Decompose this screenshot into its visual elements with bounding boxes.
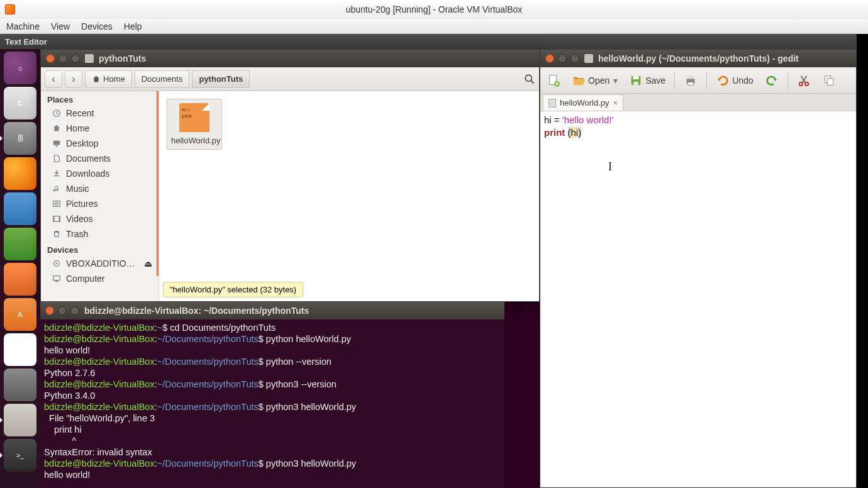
nautilus-titlebar[interactable]: pythonTuts xyxy=(41,50,539,67)
open-button[interactable]: Open▾ xyxy=(569,71,620,90)
launcher-impress[interactable] xyxy=(4,263,36,296)
sidebar-videos[interactable]: Videos xyxy=(41,211,159,226)
gedit-titlebar[interactable]: helloWorld.py (~/Documents/pythonTuts) -… xyxy=(540,50,856,67)
open-dropdown-icon[interactable]: ▾ xyxy=(613,75,618,86)
svg-rect-12 xyxy=(53,276,60,280)
launcher-calc[interactable] xyxy=(4,228,36,260)
terminal-body[interactable]: bdizzle@bdizzle-VirtualBox:~$ cd Documen… xyxy=(40,319,504,483)
close-icon[interactable] xyxy=(545,54,554,63)
sidebar-vboxadditions[interactable]: VBOXADDITIO…⏏ xyxy=(41,256,159,271)
sidebar-documents[interactable]: Documents xyxy=(41,151,159,166)
print-button[interactable] xyxy=(681,71,700,90)
breadcrumb-home[interactable]: Home xyxy=(85,70,132,88)
terminal-title: bdizzle@bdizzle-VirtualBox: ~/Documents/… xyxy=(84,305,309,316)
sidebar-recent[interactable]: Recent xyxy=(41,106,159,121)
breadcrumb-pythontuts[interactable]: pythonTuts xyxy=(192,70,250,88)
save-button[interactable]: Save xyxy=(626,71,668,90)
sidebar-pictures[interactable]: Pictures xyxy=(41,196,159,211)
nautilus-title: pythonTuts xyxy=(99,53,146,64)
save-icon xyxy=(629,74,643,87)
launcher-terminal[interactable]: >_ xyxy=(4,439,36,472)
minimize-icon[interactable] xyxy=(58,306,67,315)
new-button[interactable] xyxy=(544,71,563,90)
sidebar-trash[interactable]: Trash xyxy=(41,226,159,241)
maximize-icon[interactable] xyxy=(71,54,80,63)
undo-button[interactable]: Undo xyxy=(713,71,755,90)
launcher-amazon[interactable]: a xyxy=(4,333,36,366)
nautilus-sidebar: Places Recent Home Desktop Documents Dow… xyxy=(41,91,159,301)
right-margin xyxy=(857,34,868,488)
launcher-dash[interactable]: ⌂ xyxy=(4,52,36,84)
terminal-titlebar[interactable]: bdizzle@bdizzle-VirtualBox: ~/Documents/… xyxy=(40,302,504,319)
menu-devices[interactable]: Devices xyxy=(81,21,113,31)
launcher-settings[interactable] xyxy=(4,369,36,401)
copy-button[interactable] xyxy=(820,71,838,90)
unity-launcher: ⌂ C 🗄 A a >_ xyxy=(0,49,40,488)
copy-icon xyxy=(822,74,836,87)
close-icon[interactable] xyxy=(46,54,55,63)
breadcrumb-documents[interactable]: Documents xyxy=(135,70,190,88)
gedit-editor-area[interactable]: hi = 'hello world!' print (hi) I xyxy=(540,111,856,487)
forward-button[interactable]: › xyxy=(65,70,82,88)
menu-view[interactable]: View xyxy=(51,21,70,31)
tab-helloworld[interactable]: helloWorld.py × xyxy=(543,94,623,111)
open-folder-icon xyxy=(572,74,586,87)
print-icon xyxy=(684,74,698,87)
gedit-window: helloWorld.py (~/Documents/pythonTuts) -… xyxy=(540,49,857,488)
svg-point-11 xyxy=(56,263,58,265)
launcher-gedit[interactable] xyxy=(4,404,36,436)
tab-close-icon[interactable]: × xyxy=(613,98,618,108)
close-icon[interactable] xyxy=(45,306,54,315)
nautilus-window: pythonTuts ‹ › Home Documents pythonTuts… xyxy=(40,49,540,302)
menu-machine[interactable]: Machine xyxy=(6,21,40,31)
launcher-comodo[interactable]: C xyxy=(4,87,36,119)
home-icon xyxy=(92,75,101,84)
sidebar-music[interactable]: Music xyxy=(41,181,159,196)
svg-rect-20 xyxy=(688,75,694,79)
launcher-software-center[interactable]: A xyxy=(4,298,36,331)
back-button[interactable]: ‹ xyxy=(45,70,62,88)
svg-point-6 xyxy=(55,202,58,205)
undo-icon xyxy=(716,74,730,87)
statusbar-selection: "helloWorld.py" selected (32 bytes) xyxy=(163,282,303,297)
search-icon[interactable] xyxy=(524,74,535,85)
launcher-firefox[interactable] xyxy=(4,157,36,190)
redo-button[interactable] xyxy=(762,71,781,90)
sidebar-home[interactable]: Home xyxy=(41,121,159,136)
ubuntu-top-panel[interactable]: Text Editor xyxy=(0,34,857,49)
cut-button[interactable] xyxy=(794,71,813,90)
svg-rect-5 xyxy=(53,201,60,207)
menu-help[interactable]: Help xyxy=(124,21,142,31)
svg-rect-8 xyxy=(53,216,55,222)
maximize-icon[interactable] xyxy=(70,306,79,315)
active-app-label: Text Editor xyxy=(5,37,47,47)
text-cursor-icon: I xyxy=(608,160,612,173)
python-file-icon: hi =print xyxy=(179,103,209,132)
launcher-files[interactable]: 🗄 xyxy=(4,122,36,155)
svg-rect-4 xyxy=(55,146,58,147)
virtualbox-menubar[interactable]: Machine View Devices Help xyxy=(0,19,868,34)
nautilus-file-view[interactable]: hi =print helloWorld.py "helloWorld.py" … xyxy=(159,91,539,301)
eject-icon[interactable]: ⏏ xyxy=(144,258,152,269)
minimize-icon[interactable] xyxy=(58,54,67,63)
file-icon xyxy=(548,99,556,108)
svg-rect-9 xyxy=(59,216,60,222)
sidebar-downloads[interactable]: Downloads xyxy=(41,166,159,181)
document-icon xyxy=(584,54,593,63)
file-item-helloworld[interactable]: hi =print helloWorld.py xyxy=(167,99,222,150)
minimize-icon[interactable] xyxy=(558,54,567,63)
svg-rect-21 xyxy=(688,82,694,85)
places-header: Places xyxy=(41,91,159,106)
new-doc-icon xyxy=(547,74,560,87)
maximize-icon[interactable] xyxy=(570,54,579,63)
nautilus-toolbar: ‹ › Home Documents pythonTuts xyxy=(41,67,539,91)
svg-rect-3 xyxy=(53,141,60,145)
svg-line-1 xyxy=(531,80,534,84)
svg-rect-25 xyxy=(827,78,833,85)
svg-rect-18 xyxy=(634,81,638,85)
sidebar-desktop[interactable]: Desktop xyxy=(41,136,159,151)
sidebar-computer[interactable]: Computer xyxy=(41,271,159,286)
gedit-toolbar: Open▾ Save Undo xyxy=(540,67,856,94)
svg-rect-17 xyxy=(633,75,639,79)
launcher-writer[interactable] xyxy=(4,192,36,225)
